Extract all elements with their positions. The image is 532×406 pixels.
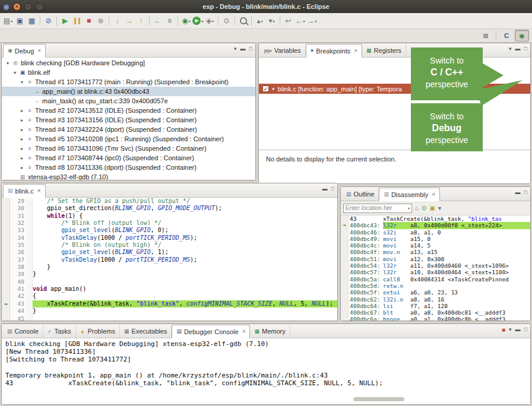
annotation-ruler-line[interactable] bbox=[2, 220, 10, 227]
forward-button[interactable]: →▾ bbox=[306, 15, 318, 27]
line-number[interactable]: 34 bbox=[10, 234, 24, 242]
line-number[interactable]: 44 bbox=[10, 307, 24, 315]
annotation-ruler-line[interactable] bbox=[2, 307, 10, 315]
breakpoints-view-menu-icon[interactable]: ▾ bbox=[509, 46, 512, 52]
annotation-ruler-line[interactable] bbox=[2, 271, 10, 278]
step-over-button[interactable]: → bbox=[124, 15, 135, 27]
tree-collapsed-icon[interactable]: ▸ bbox=[18, 127, 26, 132]
debug-tree-item[interactable]: →main_task() at cpu_start.c:339 0x400d05… bbox=[2, 96, 255, 106]
tree-collapsed-icon[interactable]: ▸ bbox=[18, 165, 26, 170]
close-icon[interactable]: × bbox=[37, 47, 41, 54]
new-wizard-button[interactable]: ▤▾ bbox=[2, 15, 14, 27]
pin-icon[interactable]: ▣ bbox=[429, 205, 435, 211]
debug-view-minimize-icon[interactable]: ▬ bbox=[240, 46, 246, 52]
skip-all-breakpoints-button[interactable]: ⊘ bbox=[43, 15, 54, 27]
disasm-tab-disassembly[interactable]: ▥Disassembly× bbox=[379, 188, 440, 201]
code-line[interactable]: { bbox=[33, 293, 337, 300]
annotation-ruler-line[interactable] bbox=[2, 242, 10, 249]
close-icon[interactable]: × bbox=[37, 188, 41, 194]
tree-collapsed-icon[interactable]: ▸ bbox=[18, 108, 26, 113]
console-tab-executables[interactable]: ▦Executables bbox=[120, 325, 172, 338]
line-number[interactable]: 32 bbox=[10, 220, 24, 227]
code-line[interactable]: vTaskDelay(1000 / portTICK_PERIOD_MS); bbox=[33, 234, 337, 242]
console-minimize-icon[interactable]: ▬ bbox=[515, 327, 521, 332]
debug-tree-item[interactable]: ▸≡Thread #4 1073432224 (dport) (Suspende… bbox=[2, 125, 255, 134]
breakpoints-view-maximize-icon[interactable]: □ bbox=[524, 46, 527, 52]
debug-tree-item[interactable]: ▾◎blink checking [GDB Hardware Debugging… bbox=[2, 58, 255, 68]
previous-annotation-button[interactable]: ▴▾ bbox=[254, 15, 265, 27]
instruction-pointer-icon[interactable]: → bbox=[2, 300, 10, 307]
debug-tree-item[interactable]: ▸≡Thread #3 1073413156 (IDLE) (Suspended… bbox=[2, 115, 255, 125]
close-icon[interactable]: × bbox=[354, 47, 357, 54]
code-line[interactable]: /* Set the GPIO as a push/pull output */ bbox=[33, 198, 337, 205]
annotation-ruler-line[interactable] bbox=[2, 256, 10, 264]
disasm-row[interactable]: 400dbc64:lsif7, a1, 128 bbox=[349, 303, 530, 309]
code-line[interactable] bbox=[33, 315, 337, 321]
step-into-button[interactable]: ↓ bbox=[112, 15, 123, 27]
line-number[interactable]: 39 bbox=[10, 271, 24, 278]
build-button[interactable]: ⊙ bbox=[221, 15, 232, 27]
breakpoint-checkbox[interactable]: ✓ bbox=[262, 85, 269, 92]
editor-line-numbers[interactable]: 2930313233343536373839404142434445 bbox=[10, 198, 27, 321]
annotation-ruler-line[interactable] bbox=[2, 249, 10, 256]
tree-collapsed-icon[interactable]: ▸ bbox=[18, 146, 26, 151]
code-line[interactable]: } bbox=[33, 307, 337, 315]
line-number[interactable]: 29 bbox=[10, 198, 24, 205]
tree-collapsed-icon[interactable]: ▸ bbox=[18, 137, 26, 142]
close-icon[interactable]: × bbox=[242, 328, 246, 335]
code-line[interactable] bbox=[33, 278, 337, 286]
editor-minimize-icon[interactable]: ▬ bbox=[322, 186, 328, 192]
debug-tree-item[interactable]: ▥xtensa-esp32-elf-gdb (7.10) bbox=[2, 172, 255, 180]
disasm-row[interactable]: 400dbc67:blta0, a8, 0x400dbc81 <__adddf3 bbox=[349, 309, 530, 316]
console-output[interactable]: blink checking [GDB Hardware Debugging] … bbox=[2, 338, 530, 404]
debug-tree-item[interactable]: ▾▣blink.elf bbox=[2, 68, 255, 77]
line-number[interactable]: 36 bbox=[10, 249, 24, 256]
line-number[interactable]: 41 bbox=[10, 286, 24, 293]
breakpoints-view-minimize-icon[interactable]: ▬ bbox=[515, 46, 521, 52]
disasm-source-line[interactable]: 43xTaskCreate(&blink_task, "blink_tas bbox=[349, 215, 530, 222]
disasm-tab-outline[interactable]: ▤Outline bbox=[342, 188, 379, 201]
code-line[interactable]: /* Blink off (output low) */ bbox=[33, 220, 337, 227]
debug-perspective-button[interactable]: ◉ bbox=[515, 30, 529, 42]
annotation-ruler-line[interactable] bbox=[2, 315, 10, 321]
debug-tree-item[interactable]: ▸≡Thread #8 1073411336 (dport) (Suspende… bbox=[2, 163, 255, 172]
right-tab-variables[interactable]: (x)=Variables bbox=[260, 44, 306, 57]
console-view-menu-icon[interactable]: ▾ bbox=[509, 327, 512, 332]
debug-view-menu-icon[interactable]: ▾ bbox=[234, 46, 237, 52]
home-icon[interactable]: ⌂ bbox=[415, 205, 419, 211]
editor-maximize-icon[interactable]: □ bbox=[331, 186, 334, 192]
disasm-row[interactable]: 400dbc4f:mov.na13, a15 bbox=[349, 249, 530, 255]
instruction-stepping-button[interactable]: ≡ bbox=[164, 15, 175, 27]
annotation-ruler-line[interactable] bbox=[2, 212, 10, 220]
annotation-ruler-line[interactable] bbox=[2, 198, 10, 205]
annotation-ruler-line[interactable] bbox=[2, 264, 10, 271]
line-number[interactable]: 42 bbox=[10, 293, 24, 300]
line-number[interactable]: 37 bbox=[10, 256, 24, 264]
editor-code-area[interactable]: /* Set the GPIO as a push/pull output */… bbox=[33, 198, 337, 321]
line-number[interactable]: 35 bbox=[10, 242, 24, 249]
location-input[interactable]: Enter location her ▾ bbox=[343, 204, 412, 213]
annotation-ruler-line[interactable] bbox=[2, 293, 10, 300]
refresh-icon[interactable]: ⊙ bbox=[422, 205, 426, 211]
debug-button[interactable]: ◉▾ bbox=[180, 15, 192, 27]
line-number[interactable]: 30 bbox=[10, 205, 24, 212]
tree-collapsed-icon[interactable]: ▸ bbox=[18, 156, 26, 161]
disasm-row[interactable]: 400dbc4c:movia14, 5 bbox=[349, 242, 530, 249]
line-number[interactable]: 43 bbox=[10, 300, 24, 307]
console-tab-tasks[interactable]: ✓Tasks bbox=[43, 325, 76, 338]
code-line[interactable]: xTaskCreate(&blink_task, "blink_task", c… bbox=[33, 300, 337, 307]
disasm-row[interactable]: 400dbc6a:bnonea0, a1, 0x400dbc8b <__addd… bbox=[349, 316, 530, 321]
external-tools-button[interactable]: ◈▾ bbox=[204, 15, 216, 27]
code-line[interactable]: void app_main() bbox=[33, 286, 337, 293]
debug-tab-debug[interactable]: ◉Debug× bbox=[3, 44, 46, 58]
next-annotation-button[interactable]: ▾▾ bbox=[266, 15, 277, 27]
console-maximize-icon[interactable]: □ bbox=[524, 327, 527, 332]
code-line[interactable]: /* Blink on (output high) */ bbox=[33, 242, 337, 249]
line-number[interactable]: 31 bbox=[10, 212, 24, 220]
editor-tab-blink-c[interactable]: ▤blink.c× bbox=[3, 184, 46, 198]
annotation-ruler-line[interactable] bbox=[2, 205, 10, 212]
debug-view-maximize-icon[interactable]: □ bbox=[249, 46, 252, 52]
terminate-button[interactable]: ■ bbox=[83, 15, 94, 27]
debug-tree-item[interactable]: ▸≡Thread #6 1073431096 (Tmr Svc) (Suspen… bbox=[2, 144, 255, 153]
console-terminate-icon[interactable]: ■ bbox=[502, 327, 505, 332]
